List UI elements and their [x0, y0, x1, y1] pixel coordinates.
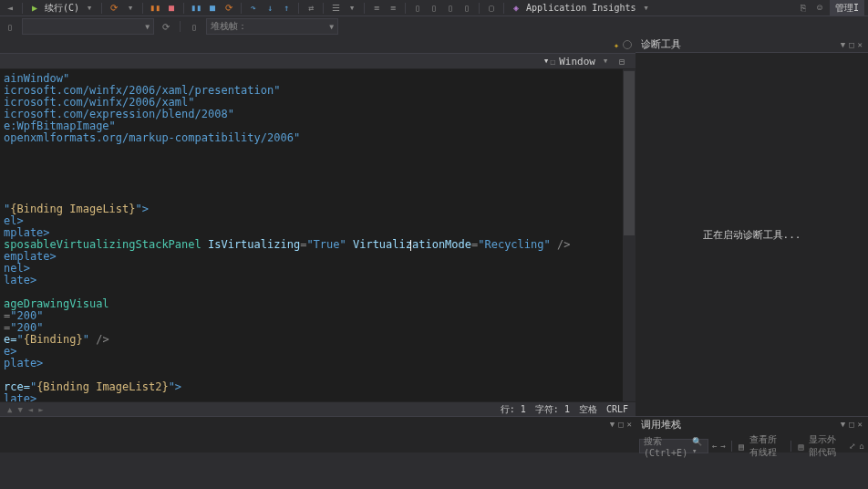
dropdown-icon[interactable]: ▼ [639, 2, 652, 15]
restart-icon[interactable]: ⟳ [108, 2, 120, 15]
dropdown-icon[interactable]: ▼ [599, 55, 612, 68]
callstack-search-input[interactable]: 搜索(Ctrl+E) 🔍▾ [639, 439, 708, 453]
step-out-icon[interactable]: ↑ [280, 2, 293, 15]
next-icon[interactable]: → [720, 442, 725, 451]
indent-icon[interactable]: ☰ [329, 2, 342, 15]
view-all-threads-button[interactable]: 查看所有线程 [749, 433, 786, 459]
insights-icon: ◈ [510, 2, 522, 15]
external-icon: ▤ [797, 440, 805, 453]
dropdown-icon[interactable]: ▼ [346, 2, 358, 15]
nav-back-icon[interactable]: ◄ [4, 2, 16, 15]
search-icon[interactable]: 🔍▾ [692, 437, 704, 455]
stop-icon[interactable]: ■ [165, 2, 178, 15]
show-external-button[interactable]: 显示外部代码 [809, 433, 845, 459]
thread-icon[interactable]: ▯ [188, 20, 201, 33]
prev-icon[interactable]: ← [712, 442, 717, 451]
step-over-icon[interactable]: ↷ [247, 2, 260, 15]
refresh-icon[interactable]: ⟳ [160, 20, 172, 33]
status-space[interactable]: 空格 [579, 403, 597, 416]
process-icon[interactable]: ▯ [4, 20, 16, 33]
editor-caret [410, 240, 411, 251]
close-icon[interactable]: ✕ [858, 40, 863, 49]
debug-toolbar: ▯ ▼ ⟳ ▯ 堆栈帧：▼ [0, 16, 868, 36]
home-icon[interactable]: ⌂ [860, 442, 864, 451]
tab-bar: ✦ [0, 36, 636, 53]
process-combo[interactable]: ▼ [22, 18, 154, 35]
play-icon[interactable]: ▶ [28, 2, 41, 15]
dropdown-icon[interactable]: ▼ [610, 420, 615, 429]
pause-icon[interactable]: ▮▮ [190, 2, 202, 15]
nav-right-icon[interactable]: ► [38, 405, 43, 414]
close-icon[interactable]: ✕ [858, 420, 863, 429]
continue-label[interactable]: 续行(C) [45, 2, 79, 15]
dropdown-icon[interactable]: ▼ [841, 420, 845, 429]
comment-icon[interactable]: ≡ [370, 2, 383, 15]
diagnostics-body: 正在启动诊断工具... [636, 53, 868, 416]
uncomment-icon[interactable]: ≡ [387, 2, 399, 15]
split-icon[interactable]: ⊟ [615, 55, 628, 68]
feedback-icon[interactable]: ☺ [813, 2, 826, 15]
share-icon[interactable]: ⎘ [797, 2, 810, 15]
bookmark2-icon[interactable]: ▯ [428, 2, 440, 15]
callstack-panel: 调用堆栈 ▼ □ ✕ 搜索(Ctrl+E) 🔍▾ ← → ▤ 查看所有线程 ▤ [636, 416, 868, 453]
close-tab-icon[interactable] [623, 40, 632, 49]
app-insights-label[interactable]: Application Insights [526, 3, 636, 13]
doc-title[interactable]: Window [559, 56, 595, 68]
diagnostics-header: 诊断工具 ▼ □ ✕ [636, 36, 868, 53]
bookmark3-icon[interactable]: ▯ [444, 2, 457, 15]
bookmark4-icon[interactable]: ▯ [460, 2, 473, 15]
nav-up-icon[interactable]: ▲ [7, 405, 12, 414]
star-icon[interactable]: ✦ [614, 40, 619, 50]
code-editor[interactable]: ainWindow" icrosoft.com/winfx/2006/xaml/… [0, 69, 636, 401]
tool-icon[interactable]: ⇄ [305, 2, 317, 15]
bookmark-icon[interactable]: ▯ [411, 2, 424, 15]
status-line: 行: 1 [501, 403, 526, 416]
manage-button[interactable]: 管理I [830, 0, 864, 16]
pin-icon[interactable]: □ [849, 420, 853, 429]
window-icon: ☐ [550, 57, 555, 67]
document-bar: ▼ ☐ Window ▼ ⊟ [0, 53, 636, 69]
break-icon[interactable]: ▮▮ [149, 2, 161, 15]
diagnostics-title: 诊断工具 [641, 37, 681, 51]
step-into-icon[interactable]: ↓ [264, 2, 276, 15]
close-icon[interactable]: ✕ [627, 420, 632, 429]
diagnostics-message: 正在启动诊断工具... [703, 228, 801, 242]
bottom-left-panel: ▼ □ ✕ [0, 416, 636, 453]
nav-down-icon[interactable]: ▼ [17, 405, 22, 414]
nav-left-icon[interactable]: ◄ [28, 405, 33, 414]
dropdown-icon[interactable]: ▼ [83, 2, 96, 15]
dropdown-icon[interactable]: ▼ [841, 40, 845, 49]
threads-icon: ▤ [737, 440, 745, 453]
tool2-icon[interactable]: ▢ [485, 2, 498, 15]
stop2-icon[interactable]: ■ [206, 2, 219, 15]
callstack-title: 调用堆栈 [641, 418, 681, 432]
dropdown-icon[interactable]: ▼ [124, 2, 137, 15]
pin-icon[interactable]: □ [849, 40, 853, 49]
editor-status-bar: ▲ ▼ ◄ ► 行: 1 字符: 1 空格 CRLF [0, 401, 636, 416]
restart2-icon[interactable]: ⟳ [222, 2, 235, 15]
vertical-scrollbar[interactable] [623, 69, 636, 401]
main-toolbar: ◄ ▶ 续行(C) ▼ ⟳ ▼ ▮▮ ■ ▮▮ ■ ⟳ ↷ ↓ ↑ ⇄ ☰ ▼ … [0, 0, 868, 16]
status-col: 字符: 1 [535, 403, 570, 416]
stackframe-combo[interactable]: 堆栈帧：▼ [206, 18, 338, 35]
status-crlf[interactable]: CRLF [606, 404, 628, 414]
pin-icon[interactable]: □ [618, 420, 623, 429]
expand-icon[interactable]: ⤢ [849, 442, 856, 451]
